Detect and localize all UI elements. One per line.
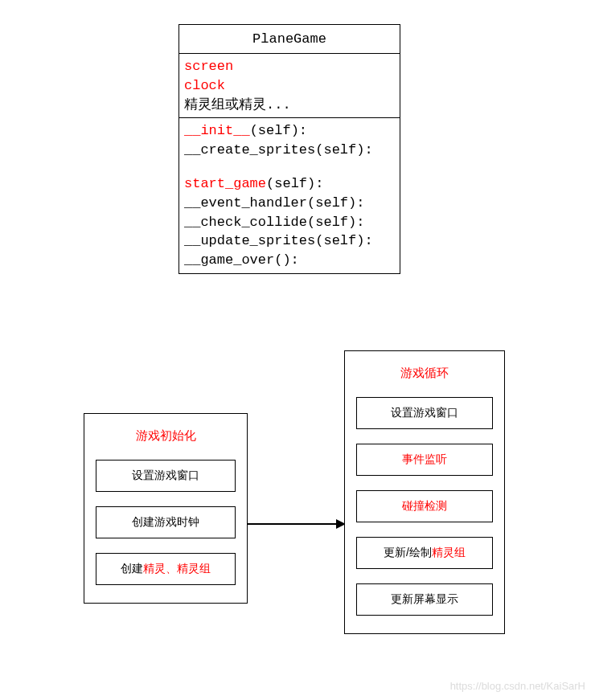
method-event-handler: __event_handler(self): xyxy=(184,194,395,213)
method-start-game: start_game(self): xyxy=(184,174,395,194)
method-game-over: __game_over(): xyxy=(184,251,395,270)
uml-attributes: screen clock 精灵组或精灵... xyxy=(179,54,400,118)
init-flow-box: 游戏初始化 设置游戏窗口 创建游戏时钟 创建精灵、精灵组 xyxy=(84,413,248,604)
method-init: __init__(self): xyxy=(184,121,395,141)
watermark: https://blog.csdn.net/KaiSarH xyxy=(450,680,585,692)
method-update-sprites: __update_sprites(self): xyxy=(184,231,395,251)
attr-clock: clock xyxy=(184,78,225,93)
init-step-window: 设置游戏窗口 xyxy=(96,460,236,492)
loop-step-window: 设置游戏窗口 xyxy=(356,397,493,429)
init-step-sprites: 创建精灵、精灵组 xyxy=(96,553,236,585)
method-create-sprites: __create_sprites(self): xyxy=(184,141,395,160)
attr-sprites: 精灵组或精灵... xyxy=(184,97,291,113)
loop-step-collide: 碰撞检测 xyxy=(356,490,493,522)
uml-class-title: PlaneGame xyxy=(179,25,400,54)
loop-step-update-sprites: 更新/绘制精灵组 xyxy=(356,537,493,569)
uml-class-box: PlaneGame screen clock 精灵组或精灵... __init_… xyxy=(178,24,400,274)
uml-methods: __init__(self): __create_sprites(self): … xyxy=(179,118,400,273)
loop-flow-box: 游戏循环 设置游戏窗口 事件监听 碰撞检测 更新/绘制精灵组 更新屏幕显示 xyxy=(344,350,505,634)
loop-step-event: 事件监听 xyxy=(356,444,493,476)
loop-flow-title: 游戏循环 xyxy=(356,366,493,381)
loop-step-update-screen: 更新屏幕显示 xyxy=(356,583,493,616)
flow-arrow xyxy=(248,523,344,525)
method-check-collide: __check_collide(self): xyxy=(184,213,395,232)
attr-screen: screen xyxy=(184,59,233,74)
init-step-clock: 创建游戏时钟 xyxy=(96,506,236,538)
init-flow-title: 游戏初始化 xyxy=(96,428,236,444)
